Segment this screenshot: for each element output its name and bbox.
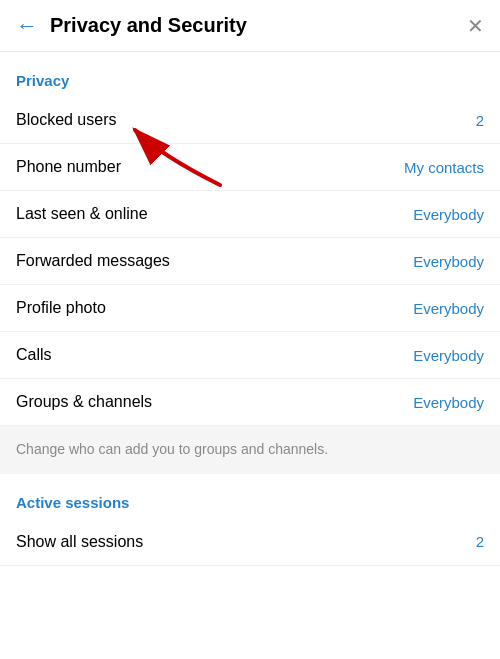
profile-photo-value: Everybody xyxy=(413,300,484,317)
forwarded-messages-item[interactable]: Forwarded messages Everybody xyxy=(0,238,500,285)
phone-number-value: My contacts xyxy=(404,159,484,176)
profile-photo-item[interactable]: Profile photo Everybody xyxy=(0,285,500,332)
phone-number-label: Phone number xyxy=(16,158,121,176)
forwarded-messages-value: Everybody xyxy=(413,253,484,270)
active-sessions-section: Active sessions Show all sessions 2 xyxy=(0,474,500,566)
active-sessions-header: Active sessions xyxy=(0,474,500,519)
phone-number-item[interactable]: Phone number My contacts xyxy=(0,144,500,191)
show-all-sessions-item[interactable]: Show all sessions 2 xyxy=(0,519,500,566)
show-all-sessions-label: Show all sessions xyxy=(16,533,143,551)
privacy-section-header: Privacy xyxy=(0,52,500,97)
close-button[interactable]: ✕ xyxy=(467,16,484,36)
header: ← Privacy and Security ✕ xyxy=(0,0,500,52)
blocked-users-label: Blocked users xyxy=(16,111,117,129)
blocked-users-value: 2 xyxy=(476,112,484,129)
calls-label: Calls xyxy=(16,346,52,364)
groups-channels-label: Groups & channels xyxy=(16,393,152,411)
groups-channels-value: Everybody xyxy=(413,394,484,411)
groups-channels-item[interactable]: Groups & channels Everybody xyxy=(0,379,500,426)
groups-description: Change who can add you to groups and cha… xyxy=(0,426,500,474)
calls-item[interactable]: Calls Everybody xyxy=(0,332,500,379)
back-button[interactable]: ← xyxy=(16,15,38,37)
last-seen-value: Everybody xyxy=(413,206,484,223)
page-container: ← Privacy and Security ✕ Privacy Blocked… xyxy=(0,0,500,651)
privacy-section: Privacy Blocked users 2 Phone number My … xyxy=(0,52,500,474)
last-seen-item[interactable]: Last seen & online Everybody xyxy=(0,191,500,238)
page-title: Privacy and Security xyxy=(50,14,467,37)
content-area: Privacy Blocked users 2 Phone number My … xyxy=(0,52,500,651)
blocked-users-item[interactable]: Blocked users 2 xyxy=(0,97,500,144)
last-seen-label: Last seen & online xyxy=(16,205,148,223)
show-all-sessions-value: 2 xyxy=(476,533,484,550)
profile-photo-label: Profile photo xyxy=(16,299,106,317)
calls-value: Everybody xyxy=(413,347,484,364)
forwarded-messages-label: Forwarded messages xyxy=(16,252,170,270)
